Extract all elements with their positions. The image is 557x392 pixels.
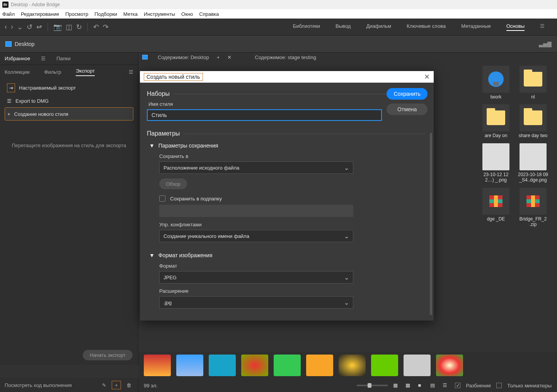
style-name-input[interactable] [147, 109, 382, 121]
progress-link[interactable]: Посмотреть ход выполнения [5, 382, 72, 388]
separator [48, 23, 48, 31]
nav-dropdown-icon[interactable]: ⌄ [17, 23, 23, 31]
boomerang-icon[interactable]: ↫ [36, 23, 42, 31]
open-in-icon[interactable]: ◫ [66, 23, 72, 31]
menu-file[interactable]: Файл [2, 11, 15, 17]
tab-export[interactable]: Экспорт [76, 68, 95, 76]
menu-label[interactable]: Метка [123, 11, 138, 17]
workspace-metadata[interactable]: Метаданные [461, 23, 491, 31]
thumbnail[interactable] [209, 355, 236, 376]
file-item[interactable]: Bridge_FR_2 .zip [517, 188, 549, 227]
thumbnail[interactable] [144, 355, 171, 376]
tab-folders[interactable]: Папки [56, 56, 71, 61]
file-item[interactable]: 23-10-12 12 2…) _.png [480, 143, 512, 183]
menu-help[interactable]: Справка [199, 11, 219, 17]
select-value: Расположение исходного файла [164, 165, 239, 171]
history-icon[interactable]: ↺ [27, 23, 32, 31]
view-details-icon[interactable]: ▤ [430, 382, 437, 389]
menu-stacks[interactable]: Подборки [94, 11, 117, 17]
format-select[interactable]: JPEG [159, 271, 353, 283]
menu-view[interactable]: Просмотр [65, 11, 88, 17]
thumbnail[interactable] [241, 355, 268, 376]
file-item[interactable]: twork [480, 66, 512, 100]
subsection-image-format[interactable]: ▼ Формат изображения [149, 252, 425, 258]
view-list-icon[interactable]: ☰ [443, 382, 450, 389]
extension-select[interactable]: .jpg [159, 296, 353, 309]
file-item[interactable]: are Day on [480, 104, 512, 138]
toolbar: ‹ › ⌄ ↺ ↫ 📷 ◫ ↻ ↶ ↷ Библиотеки Вывод Диа… [0, 19, 557, 36]
thumbnail[interactable] [306, 355, 333, 376]
workspace-libraries[interactable]: Библиотеки [293, 23, 320, 31]
thumbnail[interactable] [436, 355, 463, 376]
menu-tools[interactable]: Инструменты [144, 11, 175, 17]
thumbnail[interactable] [371, 355, 398, 376]
workspace-output[interactable]: Вывод [336, 23, 351, 31]
cancel-button[interactable]: Отмена [387, 104, 428, 115]
workspace-filmstrip[interactable]: Диафильм [366, 23, 391, 31]
tab-filter[interactable]: Фильтр [44, 69, 61, 75]
menu-edit[interactable]: Редактирование [21, 11, 59, 17]
file-item[interactable]: 2023-10-18 09 _S4..dge.png [517, 143, 549, 183]
file-item[interactable]: share day two [517, 104, 549, 138]
window-titlebar: Br Desktop - Adobe Bridge [0, 0, 557, 9]
thumbnail[interactable] [339, 355, 366, 376]
plus-icon[interactable]: + [217, 54, 220, 60]
signal-icon[interactable]: ▃▅▇ [539, 41, 552, 47]
rotate-cw-icon[interactable]: ↷ [103, 23, 109, 31]
desktop-icon [142, 55, 148, 59]
workspace-keywords[interactable]: Ключевые слова [407, 23, 446, 31]
menubar: Файл Редактирование Просмотр Подборки Ме… [0, 9, 557, 19]
browse-button[interactable]: Обзор [159, 178, 187, 189]
thumbnail[interactable] [176, 355, 203, 376]
subfolder-input [159, 205, 353, 217]
list-icon: ☰ [7, 98, 12, 104]
create-new-style-button[interactable]: + Создание нового стиля [5, 107, 133, 120]
create-style-dialog: Создать новый стиль ✕ Сохранить Отмена Н… [140, 71, 434, 321]
export-preset-custom[interactable]: ⇥ Настраиваемый экспорт [5, 81, 133, 94]
workspace-menu-icon[interactable]: ☰ [540, 23, 545, 31]
left-panel: Избранное ☰ Папки Коллекции Фильтр Экспо… [0, 53, 138, 365]
tab-collections[interactable]: Коллекции [5, 69, 30, 75]
save-button[interactable]: Сохранить [387, 88, 428, 100]
trash-icon[interactable]: 🗑 [124, 381, 133, 389]
content-tab-1[interactable]: Содержимое: Desktop [158, 54, 209, 60]
panel-tabs-mid: Коллекции Фильтр Экспорт ☰ [0, 65, 138, 79]
save-to-select[interactable]: Расположение исходного файла [159, 161, 353, 174]
hamburger-icon[interactable]: ☰ [129, 69, 133, 75]
thumbnail[interactable] [274, 355, 301, 376]
nav-back-icon[interactable]: ‹ [5, 23, 7, 31]
view-grid-icon[interactable]: ▦ [393, 382, 400, 389]
file-item[interactable]: dge _DE [480, 188, 512, 227]
save-subfolder-checkbox[interactable]: Сохранить в подпапку [159, 195, 425, 202]
view-tiles-icon[interactable]: ▩ [405, 382, 412, 389]
close-icon[interactable]: ✕ [227, 54, 232, 60]
format-label: Формат [159, 263, 425, 269]
thumbnail[interactable] [404, 355, 431, 376]
export-preset-dmg[interactable]: ☰ Export to DMG [5, 94, 133, 107]
tab-favorites[interactable]: Избранное [5, 56, 30, 61]
network-icon [487, 70, 505, 88]
menu-window[interactable]: Окно [181, 11, 193, 17]
conflict-select[interactable]: Создание уникального имени файла [159, 230, 353, 242]
refresh-icon[interactable]: ↻ [76, 23, 82, 31]
view-lock-icon[interactable]: ■ [418, 382, 425, 389]
camera-import-icon[interactable]: 📷 [53, 23, 62, 31]
hamburger-icon[interactable]: ☰ [41, 56, 46, 61]
close-icon[interactable]: ✕ [424, 73, 430, 81]
rotate-ccw-icon[interactable]: ↶ [93, 23, 99, 31]
start-export-button[interactable]: Начать экспорт [83, 350, 133, 360]
subsection-save-params[interactable]: ▼ Параметры сохранения [149, 143, 425, 149]
split-checkbox[interactable]: ✓ [455, 383, 460, 388]
thumbs-checkbox[interactable] [496, 383, 502, 388]
section-sets: Наборы [147, 90, 425, 97]
window-title: Desktop - Adobe Bridge [11, 2, 60, 7]
save-to-label: Сохранить в [159, 153, 425, 159]
workspace-essentials[interactable]: Основы [506, 23, 525, 31]
nav-forward-icon[interactable]: › [11, 23, 13, 31]
folder-icon [524, 72, 542, 87]
plus-icon[interactable]: + [112, 381, 121, 389]
content-tab-2[interactable]: Содержимое: stage testing [255, 54, 316, 60]
path-location[interactable]: Desktop [15, 41, 34, 47]
pencil-icon[interactable]: ✎ [99, 381, 109, 389]
file-item[interactable]: nl [517, 66, 549, 100]
